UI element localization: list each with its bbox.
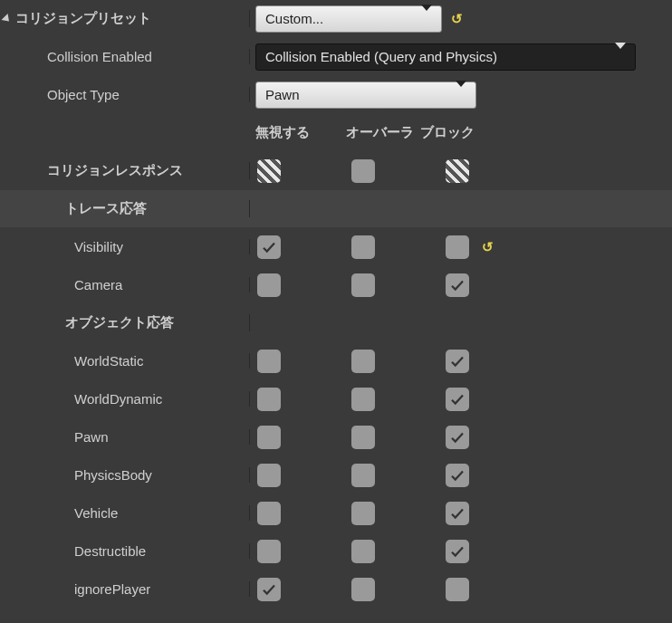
preset-row: コリジョンプリセット Custom... ↺ (0, 0, 672, 38)
collision-enabled-row: Collision Enabled Collision Enabled (Que… (0, 38, 672, 76)
reset-icon[interactable]: ↺ (451, 11, 463, 27)
object-response-row: Vehicle (0, 494, 672, 532)
object-response-ignore-checkbox[interactable] (257, 350, 281, 373)
trace-response-row: Camera (0, 266, 672, 304)
object-response-label: WorldStatic (4, 353, 143, 369)
object-section-row: オブジェクト応答 (0, 304, 672, 342)
trace-response-overlap-checkbox[interactable] (351, 235, 375, 259)
collision-enabled-value: Collision Enabled (Query and Physics) (265, 49, 497, 64)
collision-enabled-dropdown[interactable]: Collision Enabled (Query and Physics) (255, 43, 636, 71)
object-response-block-checkbox[interactable] (446, 426, 469, 449)
object-response-overlap-checkbox[interactable] (351, 426, 375, 449)
object-response-ignore-checkbox[interactable] (257, 502, 281, 525)
chevron-down-icon (615, 43, 626, 64)
object-response-ignore-checkbox[interactable] (257, 426, 281, 449)
object-type-label: Object Type (4, 87, 120, 102)
chevron-down-icon (456, 81, 466, 102)
object-type-dropdown[interactable]: Pawn (255, 81, 476, 109)
object-response-overlap-checkbox[interactable] (351, 502, 375, 525)
trace-response-ignore-checkbox[interactable] (257, 273, 281, 297)
object-response-overlap-checkbox[interactable] (351, 388, 375, 411)
object-type-row: Object Type Pawn (0, 76, 672, 114)
preset-dropdown[interactable]: Custom... (255, 5, 442, 33)
object-response-ignore-checkbox[interactable] (257, 540, 281, 563)
object-type-value: Pawn (265, 87, 300, 102)
object-response-row: PhysicsBody (0, 456, 672, 494)
preset-value: Custom... (265, 11, 323, 26)
chevron-down-icon (421, 5, 432, 26)
object-response-overlap-checkbox[interactable] (351, 578, 375, 601)
object-response-block-checkbox[interactable] (446, 388, 469, 411)
collision-responses-overlap-checkbox[interactable] (351, 159, 375, 183)
object-response-overlap-checkbox[interactable] (351, 464, 375, 487)
object-response-block-checkbox[interactable] (446, 540, 469, 563)
collision-responses-label: コリジョンレスポンス (4, 162, 183, 179)
object-response-block-checkbox[interactable] (446, 578, 469, 601)
object-response-block-checkbox[interactable] (446, 502, 469, 525)
trace-response-overlap-checkbox[interactable] (351, 273, 375, 297)
collision-preset-panel: コリジョンプリセット Custom... ↺ Collision Enabled… (0, 0, 672, 609)
collision-responses-row: コリジョンレスポンス (0, 152, 672, 190)
trace-response-row: Visibility↺ (0, 228, 672, 266)
object-response-row: Pawn (0, 418, 672, 456)
trace-section-row: トレース応答 (0, 190, 672, 228)
object-response-label: PhysicsBody (4, 467, 152, 483)
collision-enabled-label: Collision Enabled (4, 49, 152, 64)
object-response-ignore-checkbox[interactable] (257, 388, 281, 411)
trace-response-block-checkbox[interactable] (446, 273, 469, 297)
col-header-block: ブロック (420, 124, 509, 141)
trace-response-block-checkbox[interactable] (446, 235, 469, 259)
object-response-row: WorldDynamic (0, 380, 672, 418)
object-response-label: Pawn (4, 429, 109, 445)
object-response-label: Destructible (4, 543, 146, 559)
trace-response-label: Visibility (4, 239, 123, 254)
reset-icon[interactable]: ↺ (482, 239, 494, 255)
expander-icon[interactable] (1, 13, 12, 24)
collision-responses-block-checkbox[interactable] (446, 159, 469, 183)
object-response-block-checkbox[interactable] (446, 464, 469, 487)
object-response-label: WorldDynamic (4, 391, 162, 407)
object-section-label: オブジェクト応答 (4, 314, 174, 331)
object-response-row: ignorePlayer (0, 570, 672, 609)
col-header-ignore: 無視する (255, 124, 344, 141)
column-headers-row: 無視する オーバーラ ブロック (0, 114, 672, 152)
collision-responses-ignore-checkbox[interactable] (257, 159, 281, 183)
trace-response-ignore-checkbox[interactable] (257, 235, 281, 259)
object-response-overlap-checkbox[interactable] (351, 540, 375, 563)
trace-section-label: トレース応答 (4, 200, 147, 217)
object-response-row: Destructible (0, 532, 672, 570)
object-response-row: WorldStatic (0, 342, 672, 380)
preset-title: コリジョンプリセット (15, 10, 151, 27)
object-response-label: ignorePlayer (4, 581, 150, 597)
object-response-label: Vehicle (4, 505, 118, 521)
object-response-overlap-checkbox[interactable] (351, 350, 375, 373)
object-response-ignore-checkbox[interactable] (257, 464, 281, 487)
object-response-block-checkbox[interactable] (446, 350, 469, 373)
trace-response-label: Camera (4, 277, 122, 292)
object-response-ignore-checkbox[interactable] (257, 578, 281, 601)
